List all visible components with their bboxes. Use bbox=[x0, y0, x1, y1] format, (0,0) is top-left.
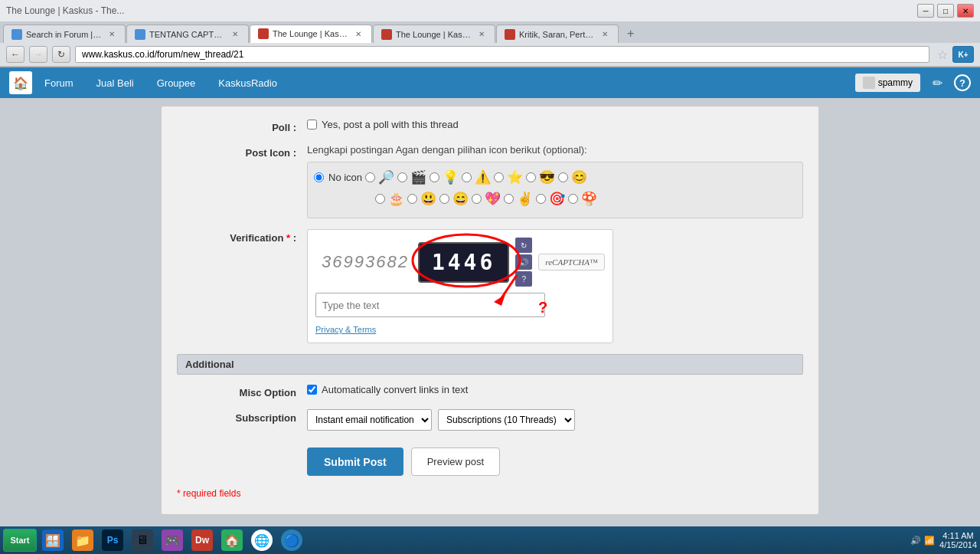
tab-1[interactable]: TENTANG CAPTCHA DA... ✕ bbox=[126, 25, 249, 43]
poll-checkbox[interactable] bbox=[307, 120, 317, 129]
minimize-button[interactable]: ─ bbox=[917, 4, 934, 18]
tab-close[interactable]: ✕ bbox=[599, 29, 610, 40]
icon-radio[interactable] bbox=[558, 172, 568, 182]
new-tab-button[interactable]: + bbox=[619, 25, 642, 43]
icon-radio[interactable] bbox=[526, 172, 536, 182]
privacy-terms-link[interactable]: Privacy & Terms bbox=[315, 325, 376, 334]
nav-radio[interactable]: KaskusRadio bbox=[207, 73, 288, 93]
icon-radio[interactable] bbox=[397, 172, 407, 182]
icon-option-peace[interactable]: ✌️ bbox=[504, 190, 533, 207]
icon-radio[interactable] bbox=[568, 194, 578, 204]
icon-option-cake[interactable]: 🎂 bbox=[375, 190, 404, 207]
poll-checkbox-text: Yes, post a poll with this thread bbox=[322, 119, 459, 130]
form-container: Poll : Yes, post a poll with this thread… bbox=[161, 106, 819, 515]
icon-radio[interactable] bbox=[430, 172, 439, 182]
happy-icon: 😃 bbox=[420, 190, 436, 207]
tab-label: Kritik, Saran, Pertanyaan S... bbox=[519, 30, 596, 39]
subscription-select-2[interactable]: Subscriptions (10 Threads) bbox=[438, 409, 575, 431]
maximize-button[interactable]: □ bbox=[937, 4, 954, 18]
nav-forum[interactable]: Forum bbox=[34, 73, 84, 93]
captcha-audio-button[interactable]: 🔊 bbox=[515, 254, 532, 270]
edit-icon-button[interactable]: ✏ bbox=[926, 72, 948, 93]
back-button[interactable]: ← bbox=[6, 46, 24, 63]
icon-option-warning[interactable]: ⚠️ bbox=[462, 169, 491, 185]
tab-label: TENTANG CAPTCHA DA... bbox=[149, 30, 226, 39]
icon-radio[interactable] bbox=[504, 194, 514, 204]
icon-option-bulb[interactable]: 💡 bbox=[430, 169, 459, 185]
icon-option-heart[interactable]: 💖 bbox=[472, 190, 501, 207]
icon-option-film[interactable]: 🎬 bbox=[397, 169, 426, 185]
nav-groupee[interactable]: Groupee bbox=[146, 73, 207, 93]
icon-option-cool[interactable]: 😎 bbox=[526, 169, 555, 185]
address-input[interactable] bbox=[75, 46, 929, 63]
search-icon: 🔎 bbox=[377, 169, 394, 185]
captcha-refresh-button[interactable]: ↻ bbox=[515, 238, 532, 253]
subscription-content: Instant email notification Subscriptions… bbox=[307, 409, 803, 431]
verification-row: Verification * : 36993682 1446 bbox=[177, 229, 803, 343]
misc-checkbox-text: Automatically convert links in text bbox=[322, 384, 468, 395]
captcha-row: 36993682 1446 bbox=[315, 238, 605, 287]
page-content: Poll : Yes, post a poll with this thread… bbox=[0, 98, 980, 527]
tab-2[interactable]: The Lounge | Kaskus - The... ✕ bbox=[250, 25, 372, 43]
captcha-help-button[interactable]: ? bbox=[515, 271, 532, 287]
icon-option-search[interactable]: 🔎 bbox=[365, 169, 394, 185]
icon-option-star[interactable]: ⭐ bbox=[494, 169, 523, 185]
captcha-code-box: 1446 bbox=[418, 242, 509, 283]
tab-favicon bbox=[381, 29, 392, 40]
misc-checkbox-label[interactable]: Automatically convert links in text bbox=[307, 384, 803, 395]
tab-close[interactable]: ✕ bbox=[230, 29, 240, 40]
tab-close[interactable]: ✕ bbox=[353, 28, 364, 39]
bookmark-icon[interactable]: ☆ bbox=[937, 48, 948, 62]
tab-4[interactable]: Kritik, Saran, Pertanyaan S... ✕ bbox=[496, 25, 619, 43]
button-content: Submit Post Preview post bbox=[307, 441, 803, 476]
icon-row-2: 🎂 😃 😄 💖 bbox=[314, 190, 796, 207]
icon-radio[interactable] bbox=[472, 194, 482, 204]
tab-3[interactable]: The Lounge | Kaskus - Th... ✕ bbox=[373, 25, 495, 43]
no-icon-radio[interactable] bbox=[314, 172, 324, 182]
forward-button[interactable]: → bbox=[29, 46, 47, 63]
close-button[interactable]: ✕ bbox=[957, 4, 974, 18]
smile-icon: 😊 bbox=[570, 169, 587, 185]
post-icon-label: Post Icon : bbox=[177, 144, 307, 159]
subscription-select-1[interactable]: Instant email notification bbox=[307, 409, 432, 431]
post-icon-content: Lengkapi postingan Agan dengan pilihan i… bbox=[307, 144, 803, 218]
home-button[interactable]: 🏠 bbox=[9, 71, 32, 94]
button-label-spacer bbox=[177, 441, 307, 444]
icon-option-mushroom[interactable]: 🍄 bbox=[568, 190, 597, 207]
captcha-controls: ↻ 🔊 ? bbox=[515, 238, 532, 287]
poll-label: Poll : bbox=[177, 119, 307, 133]
icon-option-laugh[interactable]: 😄 bbox=[439, 190, 469, 207]
heart-icon: 💖 bbox=[484, 190, 501, 207]
icon-radio[interactable] bbox=[494, 172, 504, 182]
icon-option-smile[interactable]: 😊 bbox=[558, 169, 587, 185]
icon-radio[interactable] bbox=[536, 194, 546, 204]
captcha-input[interactable] bbox=[315, 293, 545, 317]
poll-content: Yes, post a poll with this thread bbox=[307, 119, 803, 130]
preview-post-button[interactable]: Preview post bbox=[411, 447, 500, 476]
icon-radio[interactable] bbox=[365, 172, 375, 182]
misc-checkbox[interactable] bbox=[307, 385, 317, 395]
icon-radio[interactable] bbox=[439, 194, 449, 204]
icon-radio[interactable] bbox=[462, 172, 472, 182]
icon-radio[interactable] bbox=[375, 194, 385, 204]
window-title: The Lounge | Kaskus - The... bbox=[6, 5, 124, 16]
tab-0[interactable]: Search in Forum | Kaskus ✕ bbox=[3, 25, 126, 43]
poll-checkbox-label[interactable]: Yes, post a poll with this thread bbox=[307, 119, 803, 130]
tab-close[interactable]: ✕ bbox=[106, 29, 117, 40]
tab-label: Search in Forum | Kaskus bbox=[26, 30, 103, 39]
help-icon-button[interactable]: ? bbox=[954, 74, 971, 91]
captcha-distorted-text: 36993682 bbox=[315, 249, 415, 275]
refresh-button[interactable]: ↻ bbox=[52, 46, 70, 63]
laugh-icon: 😄 bbox=[452, 190, 469, 207]
icon-radio[interactable] bbox=[407, 194, 417, 204]
taskbar: Start 🪟 📁 Ps 🖥 🎮 Dw 🏠 🌐 🔵 🔊 📶 4:11 AM 4/… bbox=[0, 526, 980, 527]
button-row: Submit Post Preview post bbox=[177, 441, 803, 476]
submit-post-button[interactable]: Submit Post bbox=[307, 447, 403, 476]
icon-option-target[interactable]: 🎯 bbox=[536, 190, 565, 207]
recaptcha-logo: reCAPTCHA™ bbox=[538, 254, 604, 270]
nav-jualbeli[interactable]: Jual Beli bbox=[86, 73, 145, 93]
icon-option-happy[interactable]: 😃 bbox=[407, 190, 436, 207]
security-button[interactable]: K+ bbox=[952, 46, 974, 63]
tab-close[interactable]: ✕ bbox=[476, 29, 487, 40]
no-icon-label[interactable]: No icon bbox=[314, 172, 362, 183]
